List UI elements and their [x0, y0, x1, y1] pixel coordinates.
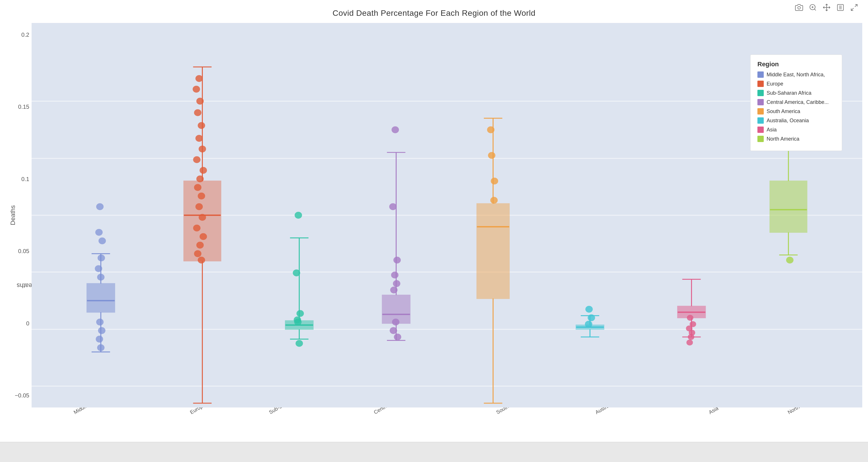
- svg-point-94: [488, 152, 495, 159]
- svg-point-82: [391, 272, 399, 278]
- svg-point-28: [95, 229, 103, 236]
- svg-point-72: [294, 319, 302, 325]
- bottom-bar: [0, 442, 868, 462]
- chart-legend: Region Middle East, North Africa, Europe…: [750, 55, 842, 151]
- legend-label-north-america: North America: [767, 136, 799, 142]
- svg-point-87: [394, 333, 401, 340]
- svg-point-71: [296, 340, 303, 347]
- legend-item-south-america: South America: [757, 108, 835, 114]
- legend-label-sub-saharan: Sub-Saharan Africa: [767, 90, 811, 96]
- legend-color-south-america: [757, 108, 764, 114]
- y-axis-label-text: Deaths: [9, 205, 17, 225]
- svg-point-32: [96, 319, 104, 325]
- svg-point-86: [390, 327, 397, 334]
- legend-label-central-america: Central America, Caribbe...: [767, 99, 829, 105]
- svg-point-0: [798, 7, 800, 9]
- legend-item-central-america: Central America, Caribbe...: [757, 99, 835, 105]
- svg-point-29: [98, 255, 105, 261]
- svg-point-52: [195, 203, 203, 210]
- legend-color-north-america: [757, 136, 764, 142]
- svg-point-60: [193, 86, 200, 93]
- legend-item-sub-saharan: Sub-Saharan Africa: [757, 90, 835, 96]
- x-label-asia: Asia: [708, 407, 731, 416]
- svg-point-34: [96, 336, 103, 342]
- lasso-icon[interactable]: [835, 2, 846, 12]
- svg-line-11: [855, 5, 857, 7]
- legend-label-middle-east: Middle East, North Africa,: [767, 72, 825, 78]
- svg-point-42: [196, 98, 204, 105]
- legend-label-asia: Asia: [767, 127, 777, 133]
- svg-point-96: [487, 126, 495, 133]
- svg-point-59: [195, 75, 203, 82]
- legend-label-europe: Europe: [767, 81, 783, 87]
- svg-point-33: [98, 327, 105, 334]
- legend-color-central-america: [757, 99, 764, 105]
- svg-point-126: [786, 257, 794, 263]
- legend-color-australia: [757, 118, 764, 124]
- legend-color-asia: [757, 127, 764, 133]
- expand-icon[interactable]: [849, 2, 859, 12]
- svg-point-83: [393, 280, 400, 287]
- svg-point-35: [97, 344, 104, 351]
- svg-point-58: [197, 257, 205, 263]
- svg-point-49: [196, 176, 204, 183]
- legend-item-australia: Australia, Oceania: [757, 118, 835, 124]
- svg-point-81: [394, 257, 401, 263]
- svg-point-68: [293, 269, 300, 276]
- svg-point-106: [585, 321, 592, 328]
- x-label-australia: Australia, Oceania: [594, 407, 642, 416]
- svg-point-51: [197, 193, 205, 199]
- pan-icon[interactable]: [822, 2, 832, 12]
- svg-point-53: [199, 214, 206, 221]
- x-label-europe: Europe: [189, 407, 212, 416]
- legend-item-middle-east: Middle East, North Africa,: [757, 71, 835, 78]
- legend-title: Region: [757, 61, 835, 68]
- svg-point-57: [194, 250, 202, 257]
- svg-point-117: [688, 334, 694, 340]
- svg-point-46: [199, 145, 206, 153]
- svg-point-48: [199, 167, 207, 174]
- main-container: Covid Death Percentage For Each Region o…: [0, 0, 868, 462]
- x-label-middle-east: Middle East, North Africa: [73, 407, 120, 416]
- legend-item-north-america: North America: [757, 136, 835, 142]
- svg-point-44: [197, 122, 205, 129]
- svg-point-43: [194, 109, 202, 116]
- svg-point-95: [491, 177, 498, 185]
- x-label-central-america: Central America, Caribb...: [373, 407, 431, 416]
- svg-point-50: [194, 184, 202, 191]
- svg-point-105: [588, 314, 595, 321]
- svg-point-104: [585, 306, 593, 313]
- svg-point-26: [96, 203, 104, 210]
- svg-point-27: [98, 237, 106, 244]
- legend-item-asia: Asia: [757, 127, 835, 133]
- svg-line-12: [851, 8, 854, 10]
- svg-point-47: [193, 156, 200, 163]
- svg-point-113: [687, 315, 693, 321]
- svg-point-55: [199, 233, 207, 240]
- camera-icon[interactable]: [794, 2, 804, 12]
- legend-label-south-america: South America: [767, 108, 800, 114]
- x-label-north-america: North America: [787, 407, 834, 416]
- svg-point-30: [95, 265, 102, 272]
- svg-line-2: [814, 9, 816, 10]
- svg-point-54: [193, 225, 200, 232]
- legend-color-europe: [757, 80, 764, 87]
- legend-color-sub-saharan: [757, 90, 764, 96]
- legend-color-middle-east: [757, 71, 764, 78]
- svg-point-80: [389, 203, 397, 210]
- svg-point-45: [195, 135, 203, 142]
- svg-point-84: [390, 287, 398, 294]
- legend-label-australia: Australia, Oceania: [767, 118, 809, 124]
- svg-point-97: [490, 197, 498, 204]
- svg-point-69: [297, 310, 304, 317]
- legend-item-europe: Europe: [757, 80, 835, 87]
- svg-rect-119: [770, 181, 807, 232]
- svg-point-79: [392, 126, 399, 133]
- svg-point-56: [196, 242, 204, 249]
- svg-point-67: [295, 212, 302, 219]
- svg-point-31: [97, 274, 104, 280]
- svg-point-118: [686, 339, 693, 345]
- svg-rect-20: [87, 284, 115, 312]
- zoom-icon[interactable]: [808, 2, 818, 12]
- toolbar: [794, 2, 859, 12]
